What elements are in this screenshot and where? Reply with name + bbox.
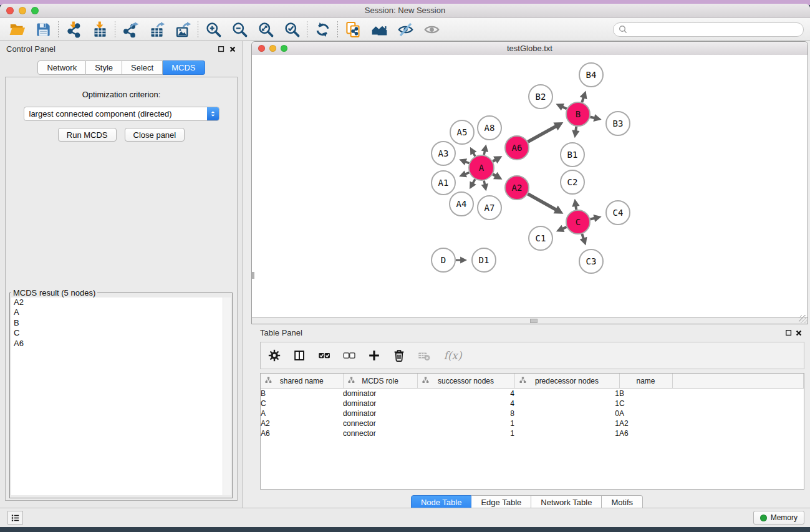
column-header-MCDS-role[interactable]: MCDS role [343, 374, 417, 389]
network-minimize-button[interactable] [269, 45, 276, 52]
import-table-button[interactable] [87, 20, 113, 39]
network-canvas[interactable]: AA1A2A3A4A5A6A7A8BB1B2B3B4CC1C2C3C4DD1 [252, 55, 808, 317]
tab-network[interactable]: Network [37, 60, 86, 75]
close-panel-button[interactable]: Close panel [125, 128, 185, 142]
table-cell[interactable]: 1 [514, 389, 619, 399]
mcds-result-item[interactable]: A [11, 307, 231, 317]
table-row[interactable]: Bdominator41B [261, 389, 804, 399]
graph-edge-B-B3 [590, 117, 594, 118]
result-list-scrollbar[interactable] [223, 297, 231, 495]
search-icon [619, 25, 627, 34]
criterion-value: largest connected component (directed) [24, 109, 207, 118]
memory-status-dot [760, 515, 767, 521]
table-cell[interactable]: A6 [261, 428, 343, 438]
table-cell[interactable]: 0 [514, 409, 619, 418]
table-cell[interactable]: B [261, 389, 343, 399]
column-header-predecessor-nodes[interactable]: predecessor nodes [514, 374, 619, 389]
unselect-all-columns-button[interactable] [342, 348, 357, 363]
network-maximize-button[interactable] [281, 45, 287, 52]
export-table-button[interactable] [143, 20, 170, 39]
home-button[interactable] [366, 20, 392, 39]
table-row[interactable]: Cdominator41C [261, 399, 804, 409]
zoom-selected-button[interactable] [279, 20, 305, 39]
float-table-panel-icon[interactable] [785, 329, 793, 337]
table-cell[interactable]: connector [343, 428, 417, 438]
select-all-columns-button[interactable] [317, 348, 332, 363]
table-cell[interactable]: A [619, 409, 672, 418]
table-row[interactable]: A6connector11A6 [261, 428, 804, 438]
table-cell[interactable]: 1 [417, 428, 514, 438]
network-resize-grip[interactable] [799, 315, 807, 323]
desktop: Session: New Session Control Panel Netwo… [0, 0, 810, 532]
home-icon [371, 21, 388, 38]
table-cell[interactable]: dominator [343, 399, 417, 409]
tab-select[interactable]: Select [122, 60, 163, 75]
import-table-icon [92, 21, 108, 38]
table-cell[interactable]: C [619, 399, 672, 409]
network-snapshot-button[interactable] [340, 20, 366, 39]
export-network-button[interactable] [117, 20, 143, 39]
network-vertical-scrollbar[interactable] [252, 272, 254, 279]
search-input[interactable] [630, 24, 803, 36]
zoom-out-button[interactable] [226, 20, 253, 39]
zoom-in-button[interactable] [200, 20, 226, 39]
app-window: Session: New Session Control Panel Netwo… [0, 4, 810, 527]
open-session-button[interactable] [4, 20, 30, 39]
column-header-shared-name[interactable]: shared name [261, 374, 343, 389]
table-cell[interactable]: A [261, 409, 343, 418]
table-cell[interactable]: dominator [343, 389, 417, 399]
table-row[interactable]: A2connector11A2 [261, 418, 804, 428]
table-cell[interactable]: C [261, 399, 343, 409]
save-session-button[interactable] [30, 20, 56, 39]
graph-edge-arrowhead [580, 91, 587, 100]
mcds-result-item[interactable]: A6 [11, 339, 231, 349]
table-cell[interactable]: 4 [417, 399, 514, 409]
mcds-result-item[interactable]: C [11, 328, 231, 338]
graph-node-label-B3: B3 [613, 118, 624, 128]
show-columns-button[interactable] [292, 348, 307, 363]
eye-icon [423, 21, 440, 38]
table-cell[interactable]: A2 [619, 418, 672, 428]
import-network-button[interactable] [60, 20, 87, 39]
mcds-result-item[interactable]: A2 [11, 297, 231, 307]
table-cell[interactable]: dominator [343, 409, 417, 418]
close-table-panel-icon[interactable] [795, 329, 803, 337]
table-row[interactable]: Adominator80A [261, 409, 804, 418]
table-cell[interactable]: 1 [514, 418, 619, 428]
table-cell[interactable]: 1 [514, 399, 619, 409]
refresh-button[interactable] [309, 20, 335, 39]
show-panel-button[interactable] [418, 20, 445, 39]
criterion-label: Optimization criterion: [6, 90, 237, 99]
graph-node-label-D1: D1 [479, 255, 489, 265]
graph-edge-B-B1 [576, 127, 576, 131]
column-header-successor-nodes[interactable]: successor nodes [417, 374, 514, 389]
table-cell[interactable]: 1 [514, 428, 619, 438]
network-horizontal-scrollbar[interactable] [530, 319, 538, 323]
network-window-titlebar: testGlobe.txt [252, 42, 808, 56]
close-panel-icon[interactable] [229, 46, 236, 53]
export-image-button[interactable] [170, 20, 196, 39]
table-cell[interactable]: connector [343, 418, 417, 428]
create-column-button[interactable] [367, 348, 382, 363]
table-cell[interactable]: A6 [619, 428, 672, 438]
table-cell[interactable]: B [619, 389, 672, 399]
zoom-fit-button[interactable] [253, 20, 279, 39]
tab-mcds[interactable]: MCDS [163, 60, 205, 75]
table-cell[interactable]: A2 [261, 418, 343, 428]
table-settings-button[interactable] [267, 348, 282, 363]
table-cell[interactable]: 1 [417, 418, 514, 428]
network-close-button[interactable] [258, 45, 265, 52]
table-cell[interactable]: 8 [417, 409, 514, 418]
float-panel-icon[interactable] [218, 46, 225, 53]
memory-button[interactable]: Memory [753, 511, 804, 525]
run-mcds-button[interactable]: Run MCDS [58, 128, 117, 142]
criterion-dropdown[interactable]: largest connected component (directed) [24, 107, 219, 121]
graph-node-label-B4: B4 [586, 70, 597, 80]
tab-style[interactable]: Style [86, 60, 122, 75]
column-header-name[interactable]: name [619, 374, 672, 389]
delete-column-button[interactable] [392, 348, 407, 363]
task-history-button[interactable] [7, 511, 23, 525]
table-cell[interactable]: 4 [417, 389, 514, 399]
mcds-result-item[interactable]: B [11, 318, 231, 328]
hide-panel-button[interactable] [392, 20, 418, 39]
